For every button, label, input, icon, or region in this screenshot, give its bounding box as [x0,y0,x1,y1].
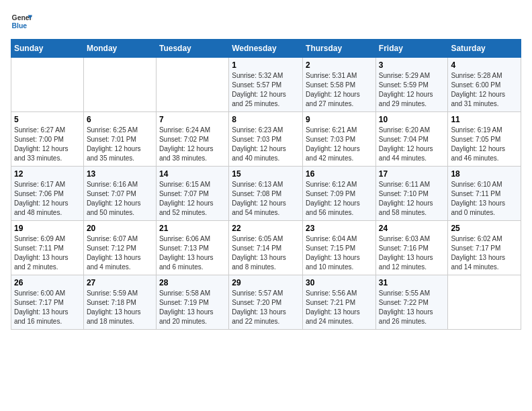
day-info: Sunrise: 5:57 AM Sunset: 7:20 PM Dayligh… [232,289,300,326]
day-info: Sunrise: 6:04 AM Sunset: 7:15 PM Dayligh… [306,234,373,272]
day-number: 11 [451,115,518,124]
calendar-week-5: 26Sunrise: 6:00 AM Sunset: 7:17 PM Dayli… [11,275,521,330]
weekday-header-row: SundayMondayTuesdayWednesdayThursdayFrid… [11,40,521,58]
calendar-cell: 20Sunrise: 6:07 AM Sunset: 7:12 PM Dayli… [83,221,156,275]
day-info: Sunrise: 6:20 AM Sunset: 7:04 PM Dayligh… [379,126,445,163]
calendar-cell: 24Sunrise: 6:03 AM Sunset: 7:16 PM Dayli… [375,221,448,275]
calendar-cell: 28Sunrise: 5:58 AM Sunset: 7:19 PM Dayli… [156,275,228,330]
day-info: Sunrise: 6:16 AM Sunset: 7:07 PM Dayligh… [87,180,153,218]
day-number: 19 [14,224,81,233]
calendar-cell [448,275,521,330]
day-number: 20 [87,224,153,233]
day-info: Sunrise: 6:03 AM Sunset: 7:16 PM Dayligh… [379,234,445,272]
calendar-week-3: 12Sunrise: 6:17 AM Sunset: 7:06 PM Dayli… [11,167,521,221]
day-info: Sunrise: 6:19 AM Sunset: 7:05 PM Dayligh… [451,126,518,163]
calendar-cell: 7Sunrise: 6:24 AM Sunset: 7:02 PM Daylig… [156,112,228,167]
logo-icon: General Blue [11,11,32,32]
day-info: Sunrise: 5:56 AM Sunset: 7:21 PM Dayligh… [306,289,373,326]
day-number: 9 [306,115,373,124]
day-number: 31 [379,278,445,287]
calendar-table: SundayMondayTuesdayWednesdayThursdayFrid… [11,39,521,330]
calendar-cell [11,58,84,112]
day-number: 26 [14,278,81,287]
weekday-header-thursday: Thursday [303,40,376,58]
day-info: Sunrise: 6:27 AM Sunset: 7:00 PM Dayligh… [14,126,81,163]
calendar-cell: 23Sunrise: 6:04 AM Sunset: 7:15 PM Dayli… [303,221,376,275]
day-info: Sunrise: 5:55 AM Sunset: 7:22 PM Dayligh… [379,289,445,326]
day-number: 21 [159,224,226,233]
calendar-cell: 27Sunrise: 5:59 AM Sunset: 7:18 PM Dayli… [83,275,156,330]
calendar-cell: 11Sunrise: 6:19 AM Sunset: 7:05 PM Dayli… [448,112,521,167]
calendar-cell: 29Sunrise: 5:57 AM Sunset: 7:20 PM Dayli… [229,275,303,330]
day-info: Sunrise: 6:02 AM Sunset: 7:17 PM Dayligh… [451,234,518,272]
day-number: 22 [232,224,300,233]
calendar-week-2: 5Sunrise: 6:27 AM Sunset: 7:00 PM Daylig… [11,112,521,167]
day-info: Sunrise: 6:09 AM Sunset: 7:11 PM Dayligh… [14,234,81,272]
day-info: Sunrise: 6:23 AM Sunset: 7:03 PM Dayligh… [232,126,300,163]
day-info: Sunrise: 6:25 AM Sunset: 7:01 PM Dayligh… [87,126,153,163]
calendar-cell: 9Sunrise: 6:21 AM Sunset: 7:03 PM Daylig… [303,112,376,167]
calendar-week-4: 19Sunrise: 6:09 AM Sunset: 7:11 PM Dayli… [11,221,521,275]
calendar-cell: 26Sunrise: 6:00 AM Sunset: 7:17 PM Dayli… [11,275,84,330]
weekday-header-tuesday: Tuesday [156,40,228,58]
day-number: 6 [87,115,153,124]
calendar-cell: 14Sunrise: 6:15 AM Sunset: 7:07 PM Dayli… [156,167,228,221]
calendar-cell: 12Sunrise: 6:17 AM Sunset: 7:06 PM Dayli… [11,167,84,221]
day-info: Sunrise: 6:07 AM Sunset: 7:12 PM Dayligh… [87,234,153,272]
day-info: Sunrise: 5:59 AM Sunset: 7:18 PM Dayligh… [87,289,153,326]
calendar-cell: 1Sunrise: 5:32 AM Sunset: 5:57 PM Daylig… [229,58,303,112]
calendar-cell: 21Sunrise: 6:06 AM Sunset: 7:13 PM Dayli… [156,221,228,275]
day-number: 14 [159,169,226,179]
day-info: Sunrise: 5:32 AM Sunset: 5:57 PM Dayligh… [232,71,300,109]
day-number: 10 [379,115,445,124]
day-number: 1 [232,60,300,70]
day-number: 18 [451,169,518,179]
day-number: 28 [159,278,226,287]
calendar-cell: 10Sunrise: 6:20 AM Sunset: 7:04 PM Dayli… [375,112,448,167]
calendar-week-1: 1Sunrise: 5:32 AM Sunset: 5:57 PM Daylig… [11,58,521,112]
day-info: Sunrise: 6:13 AM Sunset: 7:08 PM Dayligh… [232,180,300,218]
calendar-cell: 17Sunrise: 6:11 AM Sunset: 7:10 PM Dayli… [375,167,448,221]
calendar-cell: 4Sunrise: 5:28 AM Sunset: 6:00 PM Daylig… [448,58,521,112]
day-number: 2 [306,60,373,70]
weekday-header-sunday: Sunday [11,40,84,58]
svg-text:Blue: Blue [12,22,28,30]
day-info: Sunrise: 6:17 AM Sunset: 7:06 PM Dayligh… [14,180,81,218]
day-number: 23 [306,224,373,233]
calendar-cell: 22Sunrise: 6:05 AM Sunset: 7:14 PM Dayli… [229,221,303,275]
logo: General Blue [11,11,32,32]
day-number: 12 [14,169,81,179]
calendar-cell: 18Sunrise: 6:10 AM Sunset: 7:11 PM Dayli… [448,167,521,221]
day-number: 15 [232,169,300,179]
calendar-cell: 5Sunrise: 6:27 AM Sunset: 7:00 PM Daylig… [11,112,84,167]
day-info: Sunrise: 6:00 AM Sunset: 7:17 PM Dayligh… [14,289,81,326]
day-number: 3 [379,60,445,70]
day-number: 27 [87,278,153,287]
day-info: Sunrise: 5:28 AM Sunset: 6:00 PM Dayligh… [451,71,518,109]
day-number: 5 [14,115,81,124]
calendar-body: 1Sunrise: 5:32 AM Sunset: 5:57 PM Daylig… [11,58,521,330]
day-number: 16 [306,169,373,179]
day-number: 17 [379,169,445,179]
day-info: Sunrise: 6:24 AM Sunset: 7:02 PM Dayligh… [159,126,226,163]
calendar-cell: 16Sunrise: 6:12 AM Sunset: 7:09 PM Dayli… [303,167,376,221]
day-number: 24 [379,224,445,233]
calendar-cell: 13Sunrise: 6:16 AM Sunset: 7:07 PM Dayli… [83,167,156,221]
calendar-cell: 19Sunrise: 6:09 AM Sunset: 7:11 PM Dayli… [11,221,84,275]
day-info: Sunrise: 6:11 AM Sunset: 7:10 PM Dayligh… [379,180,445,218]
day-number: 4 [451,60,518,70]
weekday-header-wednesday: Wednesday [229,40,303,58]
calendar-cell [83,58,156,112]
day-info: Sunrise: 6:12 AM Sunset: 7:09 PM Dayligh… [306,180,373,218]
calendar-cell: 3Sunrise: 5:29 AM Sunset: 5:59 PM Daylig… [375,58,448,112]
calendar-cell [156,58,228,112]
day-number: 29 [232,278,300,287]
calendar-cell: 25Sunrise: 6:02 AM Sunset: 7:17 PM Dayli… [448,221,521,275]
calendar-cell: 31Sunrise: 5:55 AM Sunset: 7:22 PM Dayli… [375,275,448,330]
day-info: Sunrise: 5:29 AM Sunset: 5:59 PM Dayligh… [379,71,445,109]
day-info: Sunrise: 6:06 AM Sunset: 7:13 PM Dayligh… [159,234,226,272]
calendar-cell: 15Sunrise: 6:13 AM Sunset: 7:08 PM Dayli… [229,167,303,221]
weekday-header-monday: Monday [83,40,156,58]
weekday-header-saturday: Saturday [448,40,521,58]
day-info: Sunrise: 6:15 AM Sunset: 7:07 PM Dayligh… [159,180,226,218]
